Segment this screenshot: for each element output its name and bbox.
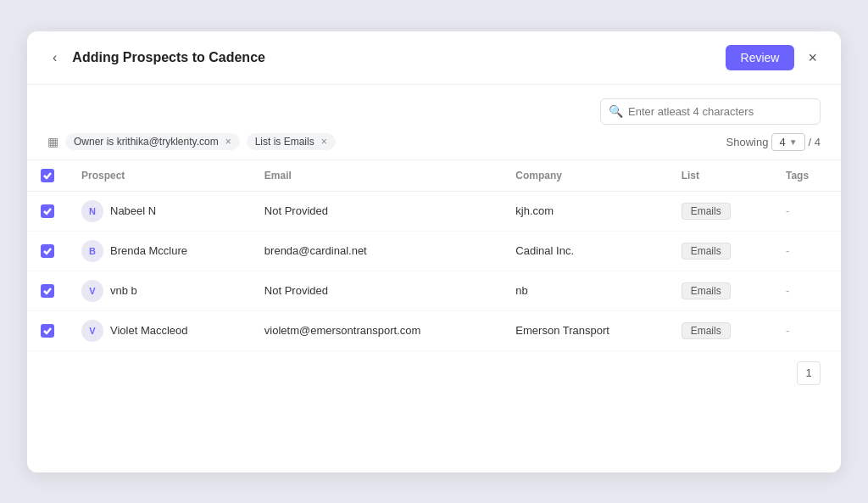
tags-cell-3: -	[772, 310, 841, 350]
prospect-cell-2: V vnb b	[68, 271, 251, 310]
list-badge-2: Emails	[682, 282, 731, 299]
chevron-down-icon: ▼	[789, 137, 798, 147]
row-checkbox-0[interactable]	[41, 204, 54, 218]
pagination-row: 1	[27, 351, 841, 395]
tags-cell-0: -	[772, 191, 841, 231]
prospect-cell-0: N Nabeel N	[68, 191, 251, 231]
prospect-cell-1: B Brenda Mcclure	[68, 231, 251, 271]
table-row: N Nabeel N Not Provided kjh.com Emails -	[27, 191, 841, 231]
avatar-2: V	[81, 280, 103, 302]
avatar-0: N	[81, 200, 103, 222]
table-header-row: Prospect Email Company List Tags	[27, 159, 841, 191]
filter-icon: ▦	[47, 135, 58, 148]
email-cell-1: brenda@cardinal.net	[251, 231, 503, 271]
prospect-name-3: Violet Maccleod	[110, 324, 188, 337]
search-bar-row: 🔍	[27, 85, 841, 125]
filter-tag-owner-label: Owner is krithika@tryklenty.com	[74, 136, 219, 148]
prospect-name-2: vnb b	[110, 284, 137, 297]
search-icon: 🔍	[609, 104, 623, 118]
showing-info: Showing 4 ▼ / 4	[726, 133, 821, 151]
search-input[interactable]	[600, 98, 821, 125]
list-cell-1: Emails	[668, 231, 772, 271]
header-tags: Tags	[772, 159, 841, 191]
showing-total: / 4	[809, 136, 821, 148]
company-cell-2: nb	[502, 271, 667, 310]
header-checkbox-cell	[27, 159, 68, 191]
list-cell-2: Emails	[668, 271, 772, 310]
company-cell-1: Cadinal Inc.	[502, 231, 667, 271]
header-company: Company	[502, 159, 667, 191]
row-checkbox-cell-3	[27, 310, 68, 350]
tags-cell-1: -	[772, 231, 841, 271]
modal-header-right: Review ×	[726, 45, 821, 70]
row-checkbox-1[interactable]	[41, 244, 54, 258]
row-checkbox-cell-0	[27, 191, 68, 231]
showing-label: Showing	[726, 136, 769, 148]
remove-list-filter[interactable]: ×	[321, 136, 327, 148]
header-email: Email	[251, 159, 503, 191]
table-row: B Brenda Mcclure brenda@cardinal.net Cad…	[27, 231, 841, 271]
remove-owner-filter[interactable]: ×	[225, 136, 231, 148]
filter-tag-list-label: List is Emails	[255, 136, 314, 148]
email-cell-3: violetm@emersontransport.com	[251, 310, 503, 350]
showing-count: 4	[779, 136, 785, 148]
search-input-wrap: 🔍	[600, 98, 821, 125]
review-button[interactable]: Review	[726, 45, 795, 70]
page-1-button[interactable]: 1	[797, 361, 821, 385]
avatar-3: V	[81, 320, 103, 342]
back-button[interactable]: ‹	[47, 48, 62, 67]
tags-cell-2: -	[772, 271, 841, 310]
filter-tag-owner: Owner is krithika@tryklenty.com ×	[65, 133, 240, 150]
prospect-cell-3: V Violet Maccleod	[68, 310, 251, 350]
row-checkbox-cell-2	[27, 271, 68, 310]
modal-header-left: ‹ Adding Prospects to Cadence	[47, 48, 265, 67]
list-cell-3: Emails	[668, 310, 772, 350]
prospect-name-1: Brenda Mcclure	[110, 244, 187, 257]
row-checkbox-3[interactable]	[41, 324, 54, 338]
header-list: List	[668, 159, 772, 191]
list-badge-0: Emails	[682, 203, 731, 220]
filter-left: ▦ Owner is krithika@tryklenty.com × List…	[47, 133, 336, 150]
table-row: V vnb b Not Provided nb Emails -	[27, 271, 841, 310]
company-cell-3: Emerson Transport	[502, 310, 667, 350]
modal-header: ‹ Adding Prospects to Cadence Review ×	[27, 31, 841, 85]
select-all-checkbox[interactable]	[41, 169, 54, 182]
list-badge-1: Emails	[682, 243, 731, 260]
list-cell-0: Emails	[668, 191, 772, 231]
showing-count-badge[interactable]: 4 ▼	[771, 133, 804, 151]
close-button[interactable]: ×	[804, 48, 821, 67]
filter-row: ▦ Owner is krithika@tryklenty.com × List…	[27, 125, 841, 159]
filter-tag-list: List is Emails ×	[247, 133, 336, 150]
prospect-name-0: Nabeel N	[110, 204, 156, 217]
table-row: V Violet Maccleod violetm@emersontranspo…	[27, 310, 841, 350]
modal: ‹ Adding Prospects to Cadence Review × 🔍…	[27, 31, 841, 472]
list-badge-3: Emails	[682, 322, 731, 339]
row-checkbox-cell-1	[27, 231, 68, 271]
avatar-1: B	[81, 240, 103, 262]
row-checkbox-2[interactable]	[41, 284, 54, 298]
company-cell-0: kjh.com	[502, 191, 667, 231]
email-cell-0: Not Provided	[251, 191, 503, 231]
header-prospect: Prospect	[68, 159, 251, 191]
prospects-table: Prospect Email Company List Tags N Nabee…	[27, 159, 841, 351]
email-cell-2: Not Provided	[251, 271, 503, 310]
modal-title: Adding Prospects to Cadence	[72, 50, 265, 65]
